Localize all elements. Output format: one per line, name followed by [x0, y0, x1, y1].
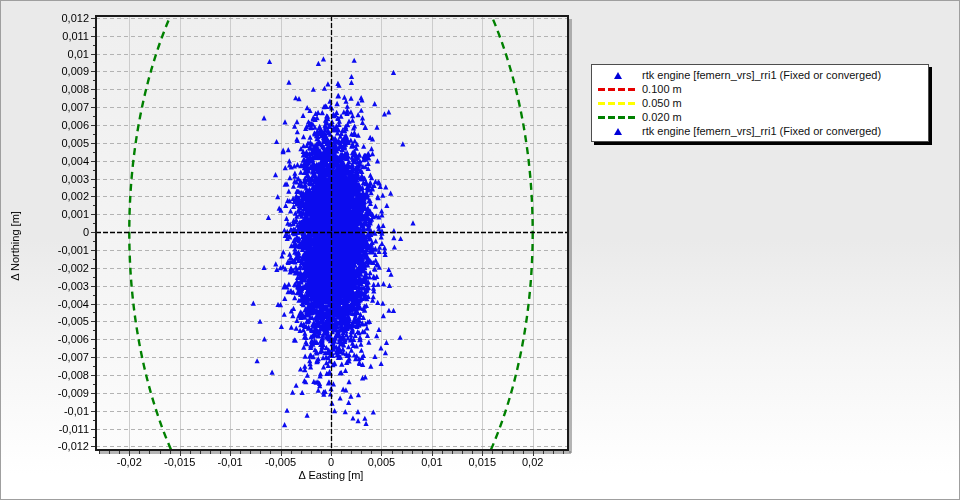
y-tick-label: 0,012 — [37, 12, 89, 24]
y-tick-label: -0,012 — [37, 440, 89, 452]
y-tick-label: -0,002 — [37, 262, 89, 274]
legend-item-label: rtk engine [femern_vrs]_rri1 (Fixed or c… — [642, 125, 881, 137]
y-tick-label: -0,009 — [37, 387, 89, 399]
y-tick-label: 0,008 — [37, 83, 89, 95]
y-tick-label: -0,005 — [37, 315, 89, 327]
y-tick-label: -0,001 — [37, 244, 89, 256]
legend: rtk engine [femern_vrs]_rri1 (Fixed or c… — [591, 64, 929, 142]
triangle-marker-icon — [614, 128, 622, 135]
y-tick-label: 0,004 — [37, 155, 89, 167]
legend-item-label: 0.020 m — [642, 111, 682, 123]
dashed-line-icon — [598, 88, 638, 91]
plot-area: 0,0120,0110,010,0090,0080,0070,0060,0050… — [1, 1, 586, 500]
y-tick-label: 0 — [37, 226, 89, 238]
legend-item-label: 0.100 m — [642, 83, 682, 95]
y-tick-label: 0,009 — [37, 65, 89, 77]
y-tick-label: -0,007 — [37, 351, 89, 363]
y-tick-label: -0,006 — [37, 333, 89, 345]
y-tick-label: 0,011 — [37, 30, 89, 42]
y-tick-label: 0,001 — [37, 208, 89, 220]
triangle-marker-icon — [614, 72, 622, 79]
y-tick-label: 0,006 — [37, 119, 89, 131]
legend-item-label: rtk engine [femern_vrs]_rri1 (Fixed or c… — [642, 69, 881, 81]
y-tick-label: -0,004 — [37, 298, 89, 310]
x-axis-title: Δ Easting [m] — [231, 469, 431, 481]
legend-item[interactable]: 0.020 m — [594, 110, 924, 124]
legend-item[interactable]: rtk engine [femern_vrs]_rri1 (Fixed or c… — [594, 68, 924, 82]
plot-window: 0,0120,0110,010,0090,0080,0070,0060,0050… — [0, 0, 960, 500]
y-tick-label: -0,008 — [37, 369, 89, 381]
legend-item-label: 0.050 m — [642, 97, 682, 109]
y-tick-label: 0,002 — [37, 190, 89, 202]
legend-item[interactable]: 0.050 m — [594, 96, 924, 110]
y-tick-label: -0,01 — [37, 405, 89, 417]
y-tick-label: 0,007 — [37, 101, 89, 113]
legend-item[interactable]: 0.100 m — [594, 82, 924, 96]
y-tick-label: 0,003 — [37, 173, 89, 185]
y-axis-title: Δ Northing [m] — [9, 176, 21, 316]
y-tick-label: -0,011 — [37, 423, 89, 435]
dashed-line-icon — [598, 116, 638, 119]
x-tick-label: 0,02 — [503, 456, 563, 468]
y-tick-label: 0,005 — [37, 137, 89, 149]
y-tick-label: -0,003 — [37, 280, 89, 292]
y-tick-label: 0,01 — [37, 48, 89, 60]
legend-item[interactable]: rtk engine [femern_vrs]_rri1 (Fixed or c… — [594, 124, 924, 138]
dashed-line-icon — [598, 102, 638, 105]
